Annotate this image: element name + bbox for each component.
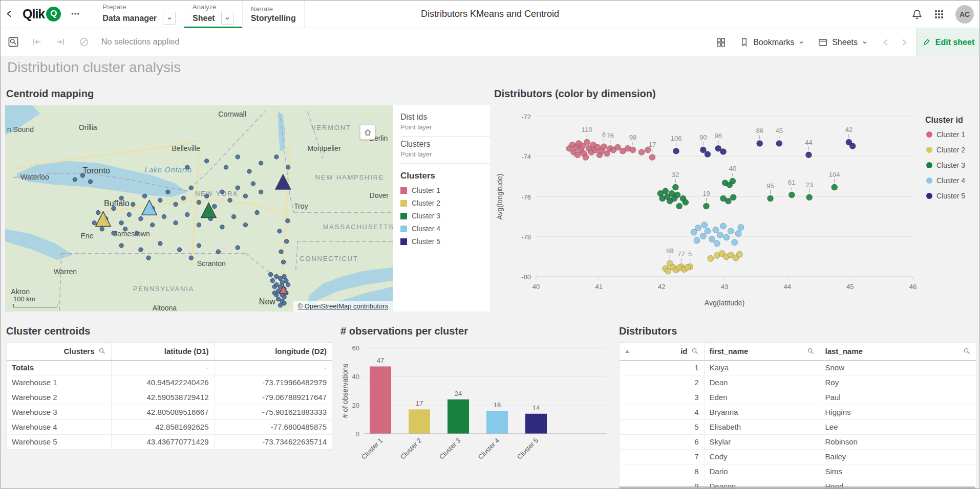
map-point[interactable]	[119, 221, 123, 225]
map-point[interactable]	[212, 204, 217, 208]
search-icon[interactable]	[963, 347, 971, 355]
table-row[interactable]: Warehouse 342.805089516667-75.9016218833…	[7, 405, 332, 419]
search-icon[interactable]	[807, 347, 815, 355]
legend-label[interactable]: Cluster 4	[936, 176, 965, 185]
search-icon[interactable]	[691, 347, 699, 355]
table-cell[interactable]: Skylar	[704, 434, 820, 449]
scatter-point[interactable]	[776, 140, 782, 146]
table-cell[interactable]: Dario	[704, 464, 820, 479]
table-cell[interactable]: 3	[620, 390, 704, 405]
map-point[interactable]	[274, 282, 279, 286]
table-cell[interactable]: Warehouse 3	[7, 405, 111, 419]
scatter-point[interactable]	[708, 255, 714, 261]
objects-grid-button[interactable]	[716, 37, 726, 48]
qlik-logo[interactable]: Qlik Q	[19, 0, 64, 28]
legend-label[interactable]: Cluster 2	[936, 146, 965, 154]
menu-prepare[interactable]: Prepare Data manager	[94, 0, 184, 28]
table-row[interactable]: 1KaiyaSnow	[620, 360, 976, 375]
scatter-point[interactable]	[713, 227, 719, 233]
map-point[interactable]	[112, 231, 116, 235]
table-cell[interactable]: Eden	[704, 390, 820, 405]
scatter-point[interactable]	[584, 139, 590, 145]
table-cell[interactable]: Roy	[820, 375, 976, 390]
menu-analyze[interactable]: Analyze Sheet	[184, 0, 242, 28]
more-menu-button[interactable]	[64, 0, 87, 28]
map-point[interactable]	[131, 202, 135, 206]
legend-marker[interactable]	[926, 131, 932, 138]
map-point[interactable]	[236, 246, 240, 250]
layer-entry-dist-ids[interactable]: Dist ids Point layer	[400, 109, 490, 137]
map-point[interactable]	[220, 190, 224, 194]
bar[interactable]	[370, 366, 391, 434]
map-point[interactable]	[268, 272, 272, 276]
scatter-point[interactable]	[683, 199, 689, 206]
map-point[interactable]	[197, 243, 201, 248]
map-point[interactable]	[255, 210, 259, 214]
map-point[interactable]	[189, 186, 193, 190]
map-point[interactable]	[270, 278, 274, 282]
map-point[interactable]	[284, 239, 288, 243]
table-cell[interactable]: 6	[620, 434, 704, 449]
bar-category-label[interactable]: Cluster 1	[360, 437, 384, 461]
step-back-button[interactable]	[27, 32, 47, 52]
scatter-point[interactable]	[757, 140, 763, 146]
map-point[interactable]	[174, 221, 178, 225]
map-point[interactable]	[197, 200, 201, 204]
scatter-point[interactable]	[720, 149, 727, 155]
table-cell[interactable]: Warehouse 2	[7, 390, 111, 405]
map-point[interactable]	[204, 159, 208, 163]
dropdown-button[interactable]	[163, 12, 176, 25]
bar[interactable]	[486, 411, 508, 434]
scatter-point[interactable]	[730, 194, 736, 201]
table-cell[interactable]: 42.805089516667	[111, 405, 214, 419]
map-point[interactable]	[123, 227, 127, 231]
map-canvas[interactable]: n SoundOrilliaCornwallVERMONTBerlinMontp…	[5, 105, 393, 312]
table-cell[interactable]: Warehouse 1	[7, 375, 111, 390]
map-point[interactable]	[272, 291, 276, 295]
map-point[interactable]	[231, 214, 236, 218]
user-avatar[interactable]: AC	[955, 5, 974, 24]
map-point[interactable]	[282, 295, 286, 299]
table-row[interactable]: 6SkylarRobinson	[620, 434, 976, 449]
column-header[interactable]: longitude (D2)	[214, 343, 332, 360]
map-legend-item[interactable]: Cluster 4	[400, 225, 490, 233]
scatter-point[interactable]	[738, 224, 744, 230]
table-row[interactable]: 7CodyBailey	[620, 449, 976, 464]
map-point[interactable]	[177, 248, 181, 252]
scatter-point[interactable]	[849, 143, 856, 149]
table-cell[interactable]: Paul	[820, 390, 976, 405]
map-point[interactable]	[243, 223, 247, 227]
map-point[interactable]	[162, 214, 166, 218]
dropdown-button[interactable]	[221, 12, 234, 25]
map-point[interactable]	[100, 227, 104, 231]
table-cell[interactable]: 1	[620, 360, 704, 375]
map-point[interactable]	[282, 301, 286, 305]
table-cell[interactable]: Higgins	[820, 405, 976, 419]
table-cell[interactable]: -79.067889217647	[214, 390, 332, 405]
scatter-point[interactable]	[694, 237, 700, 243]
table-cell[interactable]: Sims	[820, 464, 976, 479]
map-attribution[interactable]: © OpenStreetMap contributors	[293, 301, 393, 312]
sheets-button[interactable]: Sheets	[818, 37, 868, 48]
legend-marker[interactable]	[926, 177, 932, 184]
scatter-point[interactable]	[832, 184, 838, 190]
map-point[interactable]	[139, 248, 143, 252]
map-point[interactable]	[166, 190, 170, 194]
table-cell[interactable]: Cody	[704, 449, 820, 464]
table-cell[interactable]: Warehouse 5	[7, 434, 111, 449]
map-point[interactable]	[158, 198, 162, 202]
map-point[interactable]	[92, 221, 96, 225]
scatter-point[interactable]	[709, 236, 715, 242]
scatter-chart[interactable]: -72-74-76-78-8040414243444546Avg(latitud…	[494, 103, 975, 321]
step-forward-button[interactable]	[50, 32, 71, 52]
column-header[interactable]: first_name	[704, 343, 820, 360]
scatter-point[interactable]	[695, 225, 701, 231]
table-cell[interactable]: 5	[620, 419, 704, 434]
table-row[interactable]: Warehouse 242.590538729412-79.0678892176…	[7, 390, 332, 405]
scatter-point[interactable]	[638, 149, 645, 155]
legend-label[interactable]: Cluster 5	[936, 192, 965, 200]
legend-marker[interactable]	[926, 193, 932, 199]
column-header[interactable]: last_name	[820, 343, 976, 360]
map-point[interactable]	[224, 165, 228, 169]
scatter-point[interactable]	[673, 148, 679, 154]
